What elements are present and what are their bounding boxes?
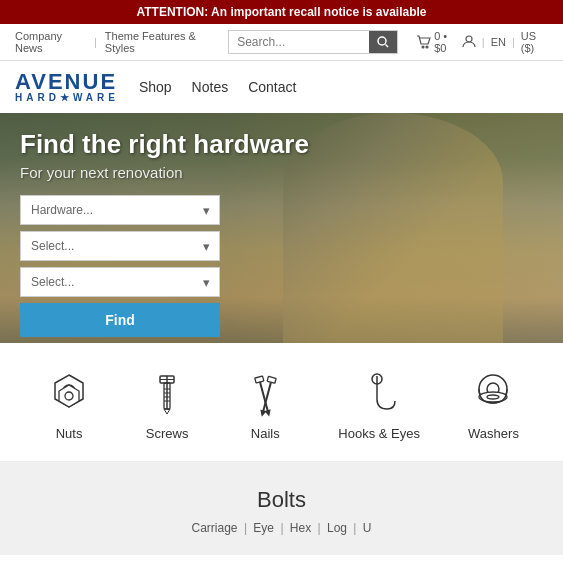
bolt-divider-1: | — [244, 521, 250, 535]
bolt-hex-link[interactable]: Hex — [290, 521, 311, 535]
bolt-carriage-link[interactable]: Carriage — [192, 521, 238, 535]
top-nav-links: Company News | Theme Features & Styles — [15, 30, 218, 54]
svg-point-0 — [378, 37, 386, 45]
screws-label: Screws — [146, 426, 189, 441]
bolt-log-link[interactable]: Log — [327, 521, 347, 535]
logo-avenue: AVENUE — [15, 71, 117, 93]
svg-marker-23 — [260, 410, 265, 415]
account-icon[interactable] — [462, 34, 476, 50]
lang-divider: | — [482, 36, 485, 48]
washers-icon — [468, 368, 518, 418]
select3-wrap: Select... — [20, 267, 220, 297]
find-button[interactable]: Find — [20, 303, 220, 337]
logo[interactable]: AVENUE HARD★WARE — [15, 71, 119, 103]
select3[interactable]: Select... — [20, 267, 220, 297]
bolts-section: Bolts Carriage | Eye | Hex | Log | U — [0, 462, 563, 555]
nuts-label: Nuts — [56, 426, 83, 441]
language-link[interactable]: EN — [491, 36, 506, 48]
cart-amount: 0 • $0 — [434, 30, 456, 54]
category-washers[interactable]: Washers — [468, 368, 519, 441]
nav-contact[interactable]: Contact — [248, 79, 296, 95]
cart-icon[interactable]: 0 • $0 — [416, 30, 456, 54]
svg-point-4 — [466, 36, 472, 42]
search-input[interactable] — [229, 31, 369, 53]
hardware-select-wrap: Hardware... — [20, 195, 220, 225]
nails-icon — [240, 368, 290, 418]
logo-hardware: HARD★WARE — [15, 93, 119, 103]
hooks-eyes-icon — [354, 368, 404, 418]
bolts-title: Bolts — [20, 487, 543, 513]
bolts-links: Carriage | Eye | Hex | Log | U — [20, 521, 543, 535]
nav-shop[interactable]: Shop — [139, 79, 172, 95]
announcement-text: ATTENTION: An important recall notice is… — [136, 5, 426, 19]
company-news-link[interactable]: Company News — [15, 30, 86, 54]
search-bar — [228, 30, 398, 54]
svg-marker-20 — [266, 410, 271, 415]
categories-section: Nuts Screws — [0, 343, 563, 462]
screws-icon — [142, 368, 192, 418]
bolt-u-link[interactable]: U — [363, 521, 372, 535]
svg-rect-22 — [267, 376, 276, 383]
region-divider: | — [512, 36, 515, 48]
announcement-bar: ATTENTION: An important recall notice is… — [0, 0, 563, 24]
hooks-eyes-label: Hooks & Eyes — [338, 426, 420, 441]
svg-point-2 — [422, 46, 424, 48]
svg-rect-19 — [255, 376, 264, 383]
svg-line-1 — [386, 45, 389, 48]
bolt-divider-3: | — [318, 521, 324, 535]
hero-subtitle: For your next renovation — [20, 164, 309, 181]
finder-form: Hardware... Select... Select... Find — [20, 195, 309, 337]
bolt-divider-2: | — [280, 521, 286, 535]
washers-label: Washers — [468, 426, 519, 441]
svg-point-29 — [487, 395, 499, 399]
category-nuts[interactable]: Nuts — [44, 368, 94, 441]
main-nav: Shop Notes Contact — [139, 79, 297, 95]
nuts-icon — [44, 368, 94, 418]
svg-marker-17 — [164, 409, 170, 414]
nav-notes[interactable]: Notes — [192, 79, 229, 95]
svg-point-3 — [426, 46, 428, 48]
top-nav: Company News | Theme Features & Styles 0… — [0, 24, 563, 61]
category-nails[interactable]: Nails — [240, 368, 290, 441]
header: AVENUE HARD★WARE Shop Notes Contact — [0, 61, 563, 113]
search-icon — [377, 36, 389, 48]
category-hooks-eyes[interactable]: Hooks & Eyes — [338, 368, 420, 441]
hero-title: Find the right hardware — [20, 129, 309, 160]
select2-wrap: Select... — [20, 231, 220, 261]
hero-section: Find the right hardware For your next re… — [0, 113, 563, 343]
nav-divider: | — [94, 36, 97, 48]
nails-label: Nails — [251, 426, 280, 441]
hardware-select[interactable]: Hardware... — [20, 195, 220, 225]
user-svg-icon — [462, 34, 476, 48]
cart-svg-icon — [416, 35, 432, 49]
top-right: 0 • $0 | EN | US ($) — [416, 30, 548, 54]
hero-content: Find the right hardware For your next re… — [0, 113, 329, 343]
svg-point-8 — [65, 392, 73, 400]
select2[interactable]: Select... — [20, 231, 220, 261]
search-button[interactable] — [369, 31, 397, 53]
bolt-eye-link[interactable]: Eye — [253, 521, 274, 535]
region-link[interactable]: US ($) — [521, 30, 548, 54]
bolt-divider-4: | — [353, 521, 359, 535]
category-screws[interactable]: Screws — [142, 368, 192, 441]
theme-features-link[interactable]: Theme Features & Styles — [105, 30, 218, 54]
